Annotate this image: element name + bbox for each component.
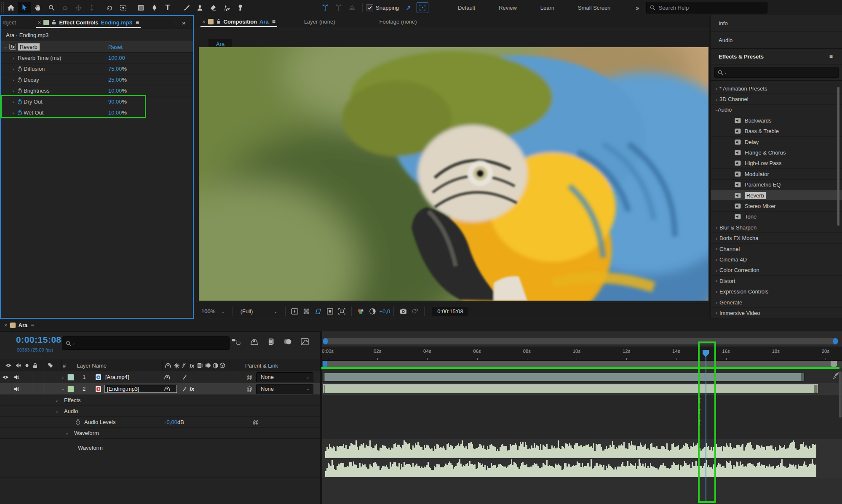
layer1-parent-dropdown[interactable]: None ⌄ [256,372,313,382]
type-tool[interactable]: T [161,2,174,13]
shape-rect-tool[interactable] [134,2,147,13]
twirl-right-icon[interactable]: › [714,268,719,273]
mini-flowchart-icon[interactable] [232,338,241,345]
effect-item-stereo-mixer[interactable]: Stereo Mixer [711,201,842,211]
twirl-down-icon[interactable]: ⌄ [3,44,8,50]
effect-item-flange-chorus[interactable]: Flange & Chorus [711,147,842,158]
effect-item-parametric-eq[interactable]: Parametric EQ [711,180,842,190]
workspace-learn[interactable]: Learn [540,5,554,11]
layer2-duration-bar[interactable] [323,384,818,393]
tab-layer[interactable]: Layer (none) [304,19,335,25]
quill-edit-icon[interactable] [833,372,840,379]
layer-row-1[interactable]: › 1 [Ara.mp4] @ None ⌄ [0,371,320,383]
layer2-quality-toggle[interactable] [183,387,187,392]
rotation-tool[interactable] [103,2,116,13]
twirl-down-icon[interactable]: ⌄ [64,430,70,436]
close-icon[interactable]: × [4,322,8,328]
dolly-camera-tool[interactable] [85,2,99,13]
effects-column-fx-icon[interactable]: fx [190,363,195,369]
effect-param-row[interactable]: ›Wet Out10,00% [1,107,193,118]
audio-column-speaker-icon[interactable] [16,363,21,368]
audio-levels-pickwhip-icon[interactable]: @ [253,419,259,426]
param-value[interactable]: 25,00% [108,77,127,83]
transparency-grid-icon[interactable] [301,306,313,316]
layer2-fx-toggle[interactable]: fx [190,386,195,392]
twirl-right-icon[interactable]: › [714,300,719,305]
param-value[interactable]: 75,00% [108,66,127,72]
video-column-eye-icon[interactable] [5,363,12,368]
time-ruler[interactable]: 0:00s02s04s06s08s10s12s14s16s18s20s [322,347,842,361]
current-timecode[interactable]: 0:00:15:08 [16,335,61,345]
param-value[interactable]: 10,00% [108,109,127,116]
effect-param-row[interactable]: ›Decay25,00% [1,75,193,85]
threed-column-icon[interactable] [219,363,225,368]
viewer-timecode[interactable]: 0:00:15:08 [432,307,468,316]
close-icon[interactable]: × [202,19,206,25]
pan-camera-tool[interactable] [72,2,85,13]
panel-menu-icon[interactable]: ≡ [272,18,275,25]
layer2-solo-cell[interactable] [22,383,33,395]
help-search-input[interactable]: Search Help [646,2,767,13]
effects-category-row[interactable]: ›Distort [711,276,842,286]
param-value[interactable]: 10,00% [108,88,127,94]
crop-region-icon[interactable] [336,306,348,316]
effect-param-row[interactable]: ›Brightness10,00% [1,85,193,96]
layer2-label-color[interactable] [67,386,74,392]
tab-project[interactable]: roject [3,19,16,26]
label-column-tag-icon[interactable] [48,363,53,368]
twirl-right-icon[interactable]: › [714,97,719,102]
twirl-right-icon[interactable]: › [10,56,16,61]
layer1-audio-speaker-icon[interactable] [11,371,22,383]
info-panel-header[interactable]: Info [711,15,842,32]
panel-menu-icon[interactable]: ≡ [31,322,34,328]
stopwatch-icon[interactable] [16,99,24,104]
adjustment-layer-column-icon[interactable] [213,363,218,368]
effects-category-row[interactable]: ›Generate [711,297,842,308]
audio-group-row[interactable]: ⌄ Audio [0,406,320,417]
keyframe-ibeam-effects[interactable]: I [696,397,703,404]
effect-item-high-low-pass[interactable]: High-Low Pass [711,158,842,169]
work-area-start-handle[interactable] [323,361,327,368]
workspace-small-screen[interactable]: Small Screen [578,5,610,11]
mask-visibility-icon[interactable] [324,306,336,316]
effect-param-row[interactable]: ›Dry Out90,00% [1,96,193,107]
layer2-video-cell[interactable] [0,383,11,395]
effects-category-row[interactable]: ›Boris FX Mocha [711,233,842,243]
effects-list-scrollbar[interactable] [837,87,839,226]
keyframe-ibeam-audio[interactable]: I [696,408,703,415]
effect-item-backwards[interactable]: Backwards [711,115,842,126]
effect-item-reverb[interactable]: Reverb [711,190,842,201]
layer2-audio-speaker-icon[interactable] [11,383,22,395]
effects-category-row[interactable]: ⌄Audio [711,105,842,115]
effects-category-row[interactable]: ›3D Channel [711,94,842,104]
effects-search-input[interactable]: ⌄ [714,67,839,78]
resolution-dropdown[interactable]: (Full) ⌄ [236,308,282,315]
layer1-duration-bar[interactable] [323,373,805,381]
layer-row-2[interactable]: ⌄ 2 [Ending.mp3] fx @ None ⌄ [0,383,320,395]
twirl-right-icon[interactable]: › [10,88,16,93]
eraser-tool[interactable] [206,2,220,13]
layer1-shy-toggle[interactable] [164,375,170,380]
pen-tool[interactable] [147,2,161,13]
layer1-pickwhip-icon[interactable]: @ [246,374,252,381]
close-icon[interactable]: × [38,19,41,26]
fast-previews-icon[interactable] [289,306,301,316]
effect-param-row[interactable]: ›Reverb Time (ms)100,00 [1,53,193,64]
selection-tool[interactable] [18,2,31,13]
effects-category-row[interactable]: ›Expression Controls [711,286,842,297]
world-axis-mode[interactable] [332,2,345,13]
search-options-chevron[interactable]: ⌄ [72,341,75,345]
stopwatch-icon[interactable] [16,110,24,115]
tab-footage[interactable]: Footage (none) [380,19,417,25]
twirl-right-icon[interactable]: › [714,278,719,283]
quality-column-icon[interactable] [182,363,186,368]
twirl-right-icon[interactable]: › [714,225,719,230]
effect-item-bass-treble[interactable]: Bass & Treble [711,126,842,137]
zoom-handle-left[interactable] [323,338,328,344]
twirl-down-icon[interactable]: ⌄ [54,408,60,414]
more-workspaces-chevron[interactable]: » [636,4,639,11]
twirl-right-icon[interactable]: › [10,99,16,104]
effects-category-row[interactable]: ›Immersive Video [711,308,842,318]
collapse-transformations-icon[interactable] [174,363,179,368]
param-value[interactable]: 90,00% [108,99,127,105]
